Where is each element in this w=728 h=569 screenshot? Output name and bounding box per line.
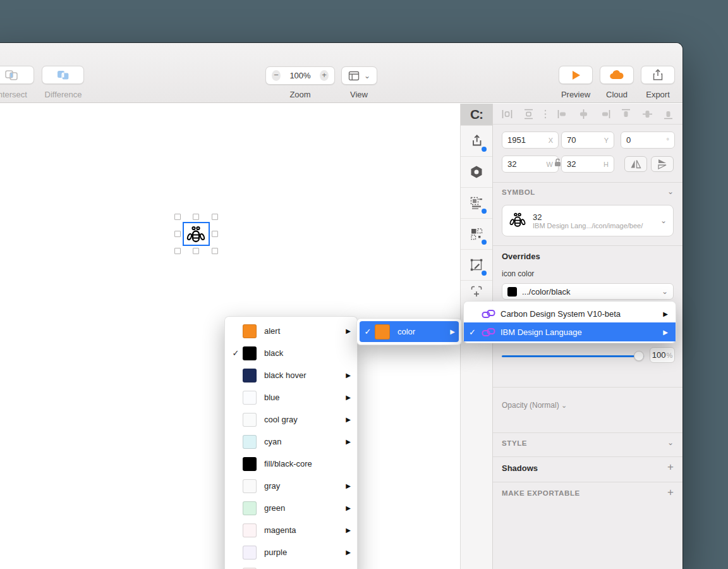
slider-track xyxy=(502,355,644,357)
menu-item-gray[interactable]: ✓ gray ▶ xyxy=(225,475,357,497)
rotation-field[interactable]: 0 ° xyxy=(621,132,675,149)
menu-item-blue[interactable]: ✓ blue ▶ xyxy=(225,386,357,408)
submenu-arrow-icon: ▶ xyxy=(663,329,668,336)
icon-color-dropdown[interactable]: .../color/black ⌄ xyxy=(502,283,674,300)
menu-item-cyan[interactable]: ✓ cyan ▶ xyxy=(225,431,357,453)
notification-dot xyxy=(482,271,487,276)
resize-handle[interactable] xyxy=(174,248,181,254)
library-chain-icon xyxy=(482,309,495,319)
width-unit: W xyxy=(547,161,553,168)
menu-item-ibm-library[interactable]: ✓ IBM Design Language ▶ xyxy=(464,322,676,341)
zoom-control[interactable]: − 100% + xyxy=(265,66,335,85)
y-position-field[interactable]: 70 Y xyxy=(561,132,614,149)
menu-item-label: blue xyxy=(264,393,280,402)
chevron-down-icon: ⌄ xyxy=(364,71,370,80)
submenu-arrow-icon: ▶ xyxy=(346,505,351,511)
menu-item-magenta[interactable]: ✓ magenta ▶ xyxy=(225,519,357,541)
intersect-button[interactable] xyxy=(0,66,34,84)
lock-proportions-icon[interactable] xyxy=(554,158,561,167)
height-field[interactable]: 32 H xyxy=(561,156,614,173)
notification-dot xyxy=(482,240,487,245)
menu-item-green[interactable]: ✓ green ▶ xyxy=(225,497,357,519)
bee-icon xyxy=(186,225,206,245)
color-swatch xyxy=(243,523,257,537)
difference-label: Difference xyxy=(44,90,82,99)
distribute-vertical-icon[interactable] xyxy=(523,109,534,119)
resize-handle[interactable] xyxy=(193,248,199,254)
zoom-in-button[interactable]: + xyxy=(320,70,329,81)
submenu-arrow-icon: ▶ xyxy=(346,549,351,556)
checkmark-icon: ✓ xyxy=(362,327,373,336)
menu-item-label: cyan xyxy=(264,437,281,446)
menu-item-fill-black-core[interactable]: ✓ fill/black-core ▶ xyxy=(225,453,357,475)
menu-item-black[interactable]: ✓ black ▶ xyxy=(225,342,357,364)
resize-handle[interactable] xyxy=(193,214,199,220)
chevron-down-icon[interactable]: ⌄ xyxy=(667,187,674,196)
menu-item-label: black xyxy=(264,348,283,358)
preview-button[interactable] xyxy=(559,66,593,84)
align-left-icon[interactable] xyxy=(557,109,568,119)
slider-knob[interactable] xyxy=(634,351,644,361)
menu-item-partial[interactable] xyxy=(225,563,357,569)
menu-item-alert[interactable]: ✓ alert ▶ xyxy=(225,320,357,342)
align-middle-vertical-icon[interactable] xyxy=(642,109,653,119)
menu-item-color[interactable]: ✓ color ▶ xyxy=(360,321,459,342)
submenu-arrow-icon: ▶ xyxy=(663,310,668,317)
zoom-out-button[interactable]: − xyxy=(272,70,281,81)
distribute-horizontal-icon[interactable] xyxy=(502,109,513,119)
chevron-down-icon: ⌄ xyxy=(662,287,668,296)
chevron-down-icon[interactable]: ⌄ xyxy=(667,438,674,447)
flip-vertical-icon xyxy=(658,159,667,170)
add-shadow-button[interactable]: + xyxy=(667,461,674,474)
submenu-arrow-icon: ▶ xyxy=(346,416,351,423)
menu-item-label: alert xyxy=(264,326,280,336)
color-swatch xyxy=(243,369,257,382)
icon-color-label: icon color xyxy=(502,269,534,278)
symbol-name: 32 xyxy=(533,212,660,222)
layout-plugin-button[interactable] xyxy=(461,188,492,219)
menu-item-purple[interactable]: ✓ purple ▶ xyxy=(225,541,357,563)
intersect-icon xyxy=(4,70,18,81)
edit-plugin-button[interactable] xyxy=(461,250,492,281)
height-unit: H xyxy=(604,161,609,168)
width-field[interactable]: 32 W xyxy=(502,156,559,173)
selected-symbol[interactable] xyxy=(183,222,210,246)
menu-item-carbon-library[interactable]: ✓ Carbon Design System V10-beta ▶ xyxy=(464,305,676,322)
rotation-unit: ° xyxy=(667,137,669,144)
symbol-selector[interactable]: 32 IBM Design Lang.../icon/image/bee/ ⌄ xyxy=(502,205,674,236)
difference-button[interactable] xyxy=(42,66,84,84)
export-plugin-button[interactable] xyxy=(461,126,492,157)
settings-plugin-button[interactable] xyxy=(461,157,492,188)
align-center-horizontal-icon[interactable] xyxy=(578,109,589,119)
resize-handle[interactable] xyxy=(174,231,181,237)
align-top-icon[interactable] xyxy=(621,109,631,119)
resize-handle[interactable] xyxy=(174,214,181,220)
view-button[interactable]: ⌄ xyxy=(341,66,377,85)
menu-item-label: cool gray xyxy=(264,415,298,424)
resize-handle[interactable] xyxy=(212,248,218,254)
library-chain-icon xyxy=(482,327,495,337)
flip-horizontal-button[interactable] xyxy=(624,156,647,172)
submenu-arrow-icon: ▶ xyxy=(346,394,351,401)
add-export-button[interactable]: + xyxy=(667,486,674,499)
cloud-button[interactable] xyxy=(600,66,634,84)
flip-vertical-button[interactable] xyxy=(651,156,674,172)
resize-handle[interactable] xyxy=(212,231,218,237)
export-button[interactable] xyxy=(641,66,675,84)
data-plugin-button[interactable] xyxy=(461,219,492,250)
align-right-icon[interactable] xyxy=(600,109,610,119)
color-swatch xyxy=(243,435,257,449)
carbon-plugin-button[interactable]: C: xyxy=(461,104,492,126)
align-bottom-icon[interactable] xyxy=(663,109,674,119)
menu-item-cool-gray[interactable]: ✓ cool gray ▶ xyxy=(225,408,357,431)
opacity-slider[interactable] xyxy=(502,351,644,361)
opacity-value-field[interactable]: 100 % xyxy=(650,347,675,363)
menu-item-black-hover[interactable]: ✓ black hover ▶ xyxy=(225,364,357,386)
add-plugin-button[interactable] xyxy=(461,281,492,302)
resize-handle[interactable] xyxy=(212,214,218,220)
x-position-field[interactable]: 1951 X xyxy=(502,132,559,149)
menu-item-label: purple xyxy=(264,548,287,557)
style-section-header: STYLE xyxy=(502,439,527,447)
color-swatch xyxy=(243,479,257,493)
cloud-label: Cloud xyxy=(606,90,628,99)
